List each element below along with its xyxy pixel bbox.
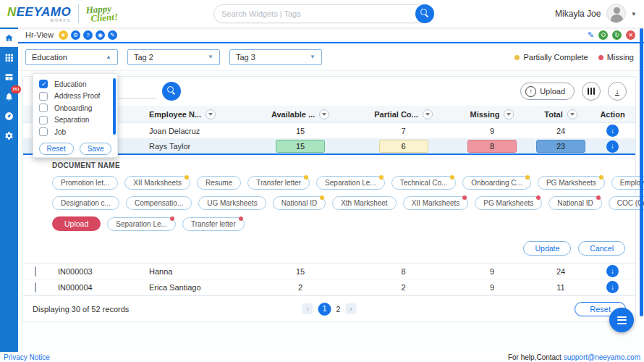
- global-search-button[interactable]: [415, 4, 434, 23]
- dropdown-option[interactable]: Onboarding: [39, 102, 117, 114]
- dropdown-option[interactable]: Education: [39, 78, 117, 90]
- neeyamo-logo[interactable]: NEEYAMO WORKS: [7, 6, 71, 22]
- checkbox[interactable]: [39, 127, 48, 136]
- records-summary: Displaying 30 of 52 records: [33, 305, 129, 313]
- user-name: Mikayla Joe: [555, 9, 601, 19]
- document-chip[interactable]: XII Marksheets: [403, 196, 469, 210]
- column-settings-button[interactable]: [582, 82, 601, 101]
- view-bar-actions: ✎ ↻ ✕: [588, 30, 635, 40]
- collapse-row-button[interactable]: ↓: [606, 140, 619, 153]
- document-chip[interactable]: Promotion let...: [52, 176, 118, 190]
- column-header-partial: Partial Co...: [355, 109, 452, 119]
- table-search-button[interactable]: [162, 82, 181, 101]
- expand-row-button[interactable]: ↓: [606, 265, 619, 277]
- filter-bar: Education ▲ Tag 2 ▼ Tag 3 ▼ Partially Co…: [18, 43, 644, 71]
- checkbox[interactable]: [39, 104, 48, 112]
- favorite-star-icon[interactable]: ★: [59, 30, 68, 40]
- total-count: 23: [532, 140, 590, 153]
- column-header-available: Available ...: [246, 109, 355, 119]
- dropdown-save-button[interactable]: Save: [80, 143, 112, 155]
- checkbox[interactable]: [39, 80, 48, 88]
- document-chip[interactable]: COC (Certific...: [609, 196, 644, 210]
- education-dropdown-panel: Education Address Proof Onboarding Separ…: [33, 73, 118, 158]
- vertical-scrollbar[interactable]: [640, 28, 643, 316]
- document-chip[interactable]: Separation Le...: [107, 217, 176, 231]
- close-view-icon[interactable]: ✕: [626, 30, 635, 40]
- sidebar-item-apps[interactable]: [0, 49, 18, 67]
- privacy-notice-link[interactable]: Privacy Notice: [4, 353, 50, 361]
- document-chip[interactable]: PG Marksheets: [475, 196, 542, 210]
- filter-dropdown-tag3[interactable]: Tag 3 ▼: [229, 49, 322, 65]
- cancel-button[interactable]: Cancel: [578, 241, 625, 256]
- download-button[interactable]: ↓: [608, 82, 627, 101]
- edit-pencil-circle-icon[interactable]: ✎: [108, 30, 117, 40]
- document-chip[interactable]: Xth Marksheet: [332, 196, 396, 210]
- sidebar-item-explore[interactable]: [0, 107, 18, 125]
- filter-dropdown-tag2[interactable]: Tag 2 ▼: [127, 49, 220, 65]
- user-menu[interactable]: Mikayla Joe ▾: [555, 4, 635, 23]
- global-search-input[interactable]: [214, 9, 415, 18]
- document-chip-row: Promotion let... XII Marksheets Resume T…: [52, 176, 625, 190]
- page-2-button[interactable]: 2: [336, 305, 341, 313]
- filter-dropdown-education[interactable]: Education ▲: [25, 49, 118, 65]
- support-email-link[interactable]: support@neeyamo.com: [564, 353, 640, 361]
- floating-menu-button[interactable]: [609, 308, 634, 332]
- dropdown-scrollbar[interactable]: [113, 78, 116, 135]
- settings-gear-icon[interactable]: ⚙: [71, 30, 80, 40]
- edit-view-icon[interactable]: ✎: [588, 30, 594, 40]
- pagination: ‹ 1 2 ›: [302, 303, 357, 316]
- row-checkbox[interactable]: [35, 266, 36, 277]
- sidebar-item-dashboard[interactable]: [0, 68, 18, 86]
- sort-button[interactable]: [206, 109, 216, 119]
- table-footer: Displaying 30 of 52 records ‹ 1 2 › Rese…: [23, 295, 635, 321]
- document-chip[interactable]: Designation c...: [52, 196, 119, 210]
- help-question-icon[interactable]: ?: [83, 30, 93, 40]
- expand-row-button[interactable]: ↓: [606, 125, 619, 137]
- status-legend: Partially Complete Missing: [514, 53, 634, 62]
- sidebar-item-notifications[interactable]: 161: [0, 88, 18, 106]
- upload-button[interactable]: ↑ Upload: [520, 83, 575, 100]
- expand-row-button[interactable]: ↓: [606, 281, 619, 293]
- refresh-icon[interactable]: ↻: [612, 30, 622, 40]
- document-chip[interactable]: National ID: [273, 196, 326, 210]
- document-chip[interactable]: XII Marksheets: [124, 176, 190, 190]
- prev-page-button[interactable]: ‹: [302, 303, 313, 314]
- dropdown-option[interactable]: Address Proof: [39, 90, 117, 103]
- document-chip[interactable]: Technical Co...: [391, 176, 457, 190]
- checkbox[interactable]: [39, 116, 48, 125]
- dropdown-option[interactable]: [39, 138, 117, 140]
- column-header-label: Available ...: [271, 110, 315, 119]
- document-chip[interactable]: Separation Le...: [316, 176, 385, 190]
- dropdown-option[interactable]: Separation: [39, 114, 117, 127]
- upload-documents-button[interactable]: Upload: [52, 216, 101, 231]
- dropdown-reset-button[interactable]: Reset: [39, 143, 74, 155]
- sidebar-item-home[interactable]: [0, 29, 18, 47]
- row-checkbox[interactable]: [35, 282, 36, 292]
- document-chip[interactable]: Transfer letter: [182, 217, 245, 231]
- help-text: For help,Contact support@neeyamo.com: [508, 353, 640, 361]
- status-ring-icon[interactable]: [598, 30, 608, 40]
- download-icon: ↓: [615, 88, 619, 96]
- document-chip[interactable]: National ID: [548, 196, 601, 210]
- sort-button[interactable]: [319, 109, 329, 119]
- update-button[interactable]: Update: [523, 241, 571, 256]
- camera-icon[interactable]: ◉: [96, 30, 105, 40]
- document-chip[interactable]: PG Marksheets: [538, 176, 605, 190]
- partial-count: 8: [355, 267, 452, 276]
- checkbox[interactable]: [39, 92, 48, 101]
- document-chip[interactable]: Resume: [197, 176, 241, 190]
- sort-button[interactable]: [567, 109, 577, 119]
- chip-label: XII Marksheets: [133, 179, 182, 187]
- document-chip[interactable]: UG Marksheets: [198, 196, 266, 210]
- page-1-button[interactable]: 1: [318, 303, 331, 316]
- sort-button[interactable]: [504, 109, 514, 119]
- dropdown-option[interactable]: Job: [39, 126, 117, 138]
- document-chip[interactable]: Onboarding C...: [462, 176, 531, 190]
- filter-value: Education: [32, 53, 67, 62]
- next-page-button[interactable]: ›: [345, 303, 356, 314]
- table-row: IN000003 Hanna 15 8 9 24 ↓: [23, 264, 635, 279]
- sidebar-item-settings[interactable]: [0, 127, 18, 145]
- document-chip[interactable]: Transfer letter: [247, 176, 310, 190]
- sort-button[interactable]: [423, 109, 433, 119]
- document-chip[interactable]: Compensatio...: [126, 196, 192, 210]
